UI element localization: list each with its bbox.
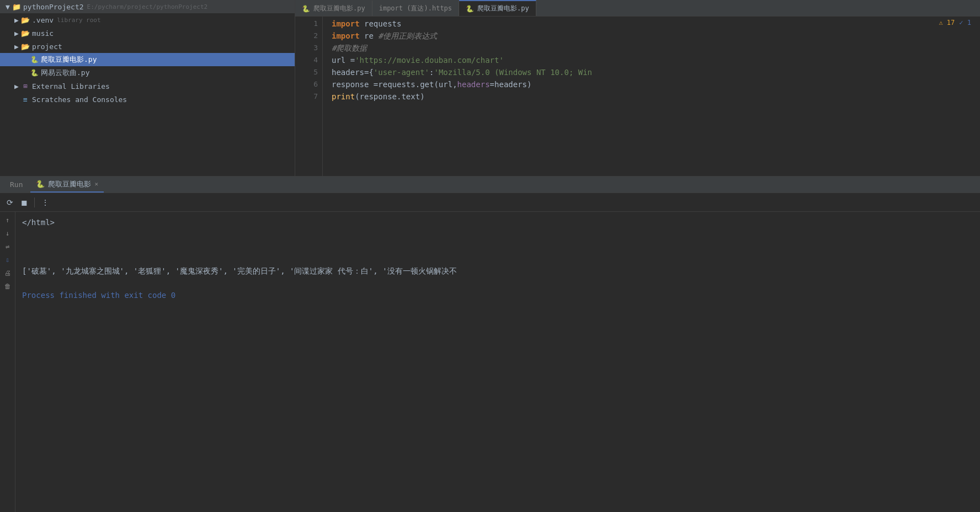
tab-label: import (直达).https [379,4,452,13]
output-line-5: ['破墓', '九龙城寨之围城', '老狐狸', '魔鬼深夜秀', '完美的日子… [22,265,973,277]
sidebar-item-label: music [32,29,54,38]
print-button[interactable]: 🖨 [2,267,14,279]
sidebar-sublabel: library root [57,17,100,24]
output-line-process: Process finished with exit code 0 [22,289,973,301]
code-line-2: import re #使用正则表达式 [332,30,971,42]
sidebar-item-label: 网易云歌曲.py [41,68,89,78]
chevron-right-icon: ▶ [13,43,20,50]
console-side-buttons: ↑ ↓ ⇌ ⇩ 🖨 🗑 [0,212,15,512]
python-run-icon: 🐍 [36,180,45,188]
run-toolbar: ⟳ ◼ ⋮ [0,193,980,212]
line-numbers: 1 2 3 4 5 6 7 [295,17,323,176]
scroll-down-button[interactable]: ↓ [2,227,14,239]
sidebar-item-label: 爬取豆瓣电影.py [41,55,97,65]
sidebar-item-label: .venv [32,16,54,24]
python-tab-icon: 🐍 [302,5,310,13]
code-editor[interactable]: 1 2 3 4 5 6 7 import requests import re … [295,17,980,176]
sidebar-item-label: pythonProject2 [23,3,84,11]
sidebar-item-scratches[interactable]: ▶ ≡ Scratches and Consoles [0,93,295,106]
soft-wrap-button[interactable]: ⇌ [2,241,14,253]
sidebar-item-netease[interactable]: ▶ 🐍 网易云歌曲.py [0,66,295,79]
folder-icon: 📁 [12,2,21,11]
run-file-label: 爬取豆瓣电影 [48,179,91,189]
project-sidebar: ▼ 📁 pythonProject2 E:/pycharm/project/py… [0,0,295,176]
tab-label: 爬取豆瓣电影.py [313,4,365,13]
rerun-button[interactable]: ⟳ [4,197,15,208]
output-line-6 [22,277,973,289]
tab-label: 爬取豆瓣电影.py [477,4,529,13]
folder-icon: 📂 [21,29,30,38]
sidebar-item-external-libs[interactable]: ▶ ⊞ External Libraries [0,79,295,93]
scroll-up-button[interactable]: ↑ [2,214,14,226]
sidebar-path-label: E:/pycharm/project/pythonProject2 [87,3,208,10]
editor-pane: 🐍 爬取豆瓣电影.py import (直达).https 🐍 爬取豆瓣电影.p… [295,0,980,176]
console-wrapper: ↑ ↓ ⇌ ⇩ 🖨 🗑 </html> ['破墓', '九龙城寨之围城', '老… [0,212,980,512]
code-line-6: response =requests.get(url,headers=heade… [332,78,971,90]
sidebar-item-music[interactable]: ▶ 📂 music [0,26,295,40]
sidebar-item-project[interactable]: ▶ 📂 project [0,40,295,53]
sidebar-item-label: External Libraries [32,82,110,90]
chevron-right-icon: ▶ [13,83,20,89]
editor-badges: ⚠ 17 ✓ 1 [939,19,971,26]
output-line-3 [22,241,973,253]
sidebar-item-label: project [32,42,62,51]
check-badge: ✓ 1 [959,19,971,26]
code-content[interactable]: import requests import re #使用正则表达式 #爬取数据… [323,17,980,176]
close-tab-icon[interactable]: ✕ [94,180,98,188]
code-line-5: headers={'user-agent':'Mozilla/5.0 (Wind… [332,66,971,78]
chevron-down-icon: ▼ [4,3,11,10]
clear-button[interactable]: 🗑 [2,280,14,292]
tab-douban-active[interactable]: 🐍 爬取豆瓣电影.py [459,0,536,16]
code-line-7: print(response.text) [332,90,971,103]
tab-run-file[interactable]: 🐍 爬取豆瓣电影 ✕ [30,177,104,193]
python-icon: 🐍 [30,68,39,77]
tab-run-label[interactable]: Run [4,177,28,193]
output-line-1: </html> [22,216,973,228]
python-icon: 🐍 [30,55,39,64]
autoscroll-button[interactable]: ⇩ [2,254,14,266]
code-line-1: import requests [332,18,971,30]
output-line-2 [22,228,973,241]
scratches-icon: ≡ [21,95,30,104]
python-tab-icon: 🐍 [466,5,474,13]
sidebar-item-venv[interactable]: ▶ 📂 .venv library root [0,13,295,26]
code-line-3: #爬取数据 [332,42,971,54]
sidebar-item-douban[interactable]: ▶ 🐍 爬取豆瓣电影.py [0,53,295,66]
console-output: </html> ['破墓', '九龙城寨之围城', '老狐狸', '魔鬼深夜秀'… [15,212,980,512]
warning-badge: ⚠ 17 [939,19,955,26]
sidebar-item-root[interactable]: ▼ 📁 pythonProject2 E:/pycharm/project/py… [0,0,295,13]
tab-douban-1[interactable]: 🐍 爬取豆瓣电影.py [295,0,372,16]
chevron-right-icon: ▶ [13,17,20,23]
output-line-4 [22,253,973,265]
editor-tab-bar: 🐍 爬取豆瓣电影.py import (直达).https 🐍 爬取豆瓣电影.p… [295,0,980,17]
extlib-icon: ⊞ [21,82,30,90]
stop-button[interactable]: ◼ [19,197,30,208]
run-label: Run [10,180,23,189]
bottom-panel: Run 🐍 爬取豆瓣电影 ✕ ⟳ ◼ ⋮ ↑ ↓ ⇌ ⇩ 🖨 🗑 </html> [0,177,980,512]
code-line-4: url ='https://movie.douban.com/chart' [332,54,971,66]
folder-icon: 📂 [21,15,30,24]
chevron-right-icon: ▶ [13,30,20,36]
more-options-button[interactable]: ⋮ [39,197,51,208]
sidebar-item-label: Scratches and Consoles [32,95,127,104]
folder-icon: 📂 [21,42,30,51]
bottom-tab-bar: Run 🐍 爬取豆瓣电影 ✕ [0,177,980,193]
tab-import[interactable]: import (直达).https [372,0,459,16]
toolbar-separator [34,198,35,207]
